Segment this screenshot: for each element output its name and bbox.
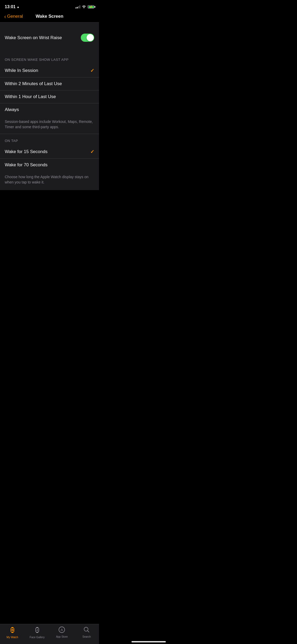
on-screen-wake-header-text: ON SCREEN WAKE SHOW LAST APP	[5, 58, 69, 62]
wake-screen-label: Wake Screen on Wrist Raise	[5, 35, 62, 40]
on-screen-wake-options: While In Session ✓ Within 2 Minutes of L…	[0, 64, 99, 116]
checkmark-15-seconds: ✓	[90, 149, 94, 155]
on-tap-header: ON TAP	[0, 134, 99, 145]
on-tap-options: Wake for 15 Seconds ✓ Wake for 70 Second…	[0, 145, 99, 171]
back-label: General	[7, 14, 23, 19]
section-spacer-1	[0, 45, 99, 53]
status-icons: ⚡	[76, 5, 94, 9]
list-item[interactable]: Always	[0, 103, 99, 116]
signal-bars	[76, 5, 80, 8]
list-item[interactable]: While In Session ✓	[0, 64, 99, 77]
content-scroll: Wake Screen on Wrist Raise ON SCREEN WAK…	[0, 22, 99, 217]
location-icon: ▲	[17, 5, 20, 8]
option-2-minutes: Within 2 Minutes of Last Use	[5, 81, 62, 86]
clock: 13:01	[5, 4, 16, 9]
top-spacer	[0, 22, 99, 30]
wake-screen-toggle[interactable]	[81, 34, 94, 42]
on-screen-wake-header: ON SCREEN WAKE SHOW LAST APP	[0, 53, 99, 64]
wake-screen-toggle-row: Wake Screen on Wrist Raise	[0, 30, 99, 45]
status-time: 13:01 ▲	[5, 4, 20, 9]
nav-bar: ‹ General Wake Screen	[0, 12, 99, 22]
on-screen-wake-description: Session-based apps include Workout, Maps…	[0, 116, 99, 134]
battery-indicator: ⚡	[88, 5, 94, 8]
list-item[interactable]: Wake for 70 Seconds	[0, 158, 99, 171]
on-tap-description: Choose how long the Apple Watch display …	[0, 171, 99, 190]
back-button[interactable]: ‹ General	[4, 13, 23, 20]
option-70-seconds: Wake for 70 Seconds	[5, 162, 48, 168]
page-title: Wake Screen	[36, 14, 63, 19]
option-always: Always	[5, 107, 19, 112]
toggle-thumb	[87, 34, 94, 41]
checkmark-while-in-session: ✓	[90, 68, 94, 73]
wifi-icon	[82, 5, 86, 9]
option-1-hour: Within 1 Hour of Last Use	[5, 94, 56, 99]
list-item[interactable]: Within 1 Hour of Last Use	[0, 90, 99, 103]
list-item[interactable]: Within 2 Minutes of Last Use	[0, 77, 99, 90]
option-while-in-session: While In Session	[5, 68, 38, 73]
back-chevron-icon: ‹	[4, 13, 6, 20]
on-tap-header-text: ON TAP	[5, 139, 18, 143]
status-bar: 13:01 ▲ ⚡	[0, 0, 99, 12]
option-15-seconds: Wake for 15 Seconds	[5, 149, 48, 154]
list-item[interactable]: Wake for 15 Seconds ✓	[0, 145, 99, 158]
